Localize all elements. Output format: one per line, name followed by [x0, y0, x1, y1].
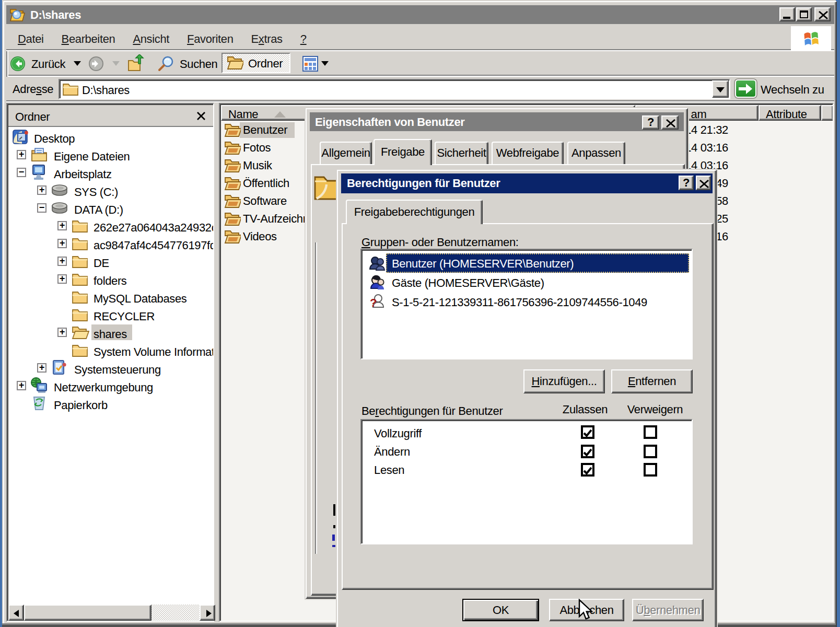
svg-text:?: ?	[370, 296, 377, 309]
